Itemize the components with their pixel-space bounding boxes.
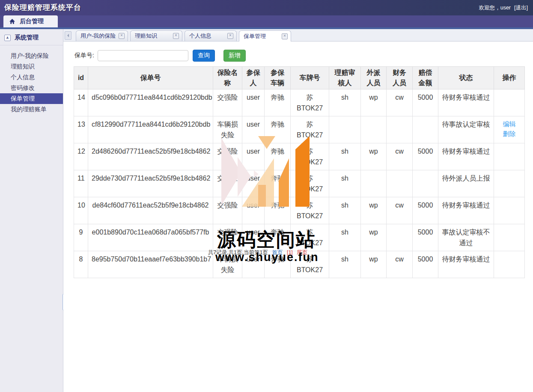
cell-amount <box>413 170 438 197</box>
cell-amount: 5000 <box>413 224 438 251</box>
welcome-area: 欢迎您，user[退出] <box>479 0 528 15</box>
content-tab[interactable]: 个人信息× <box>185 30 237 41</box>
sidebar-section-label: 系统管理 <box>15 34 39 42</box>
cell-id: 9 <box>74 224 88 251</box>
tab-label: 保单管理 <box>244 33 266 40</box>
cell-status: 待财务审核通过 <box>438 197 494 224</box>
column-header: id <box>74 67 88 89</box>
tab-bar: 用户-我的保险×理赔知识×个人信息×保单管理× <box>63 29 533 42</box>
tab-label: 理赔知识 <box>135 32 157 40</box>
table-row: 122d486260d77711eac52b5f9e18cb4862交强险use… <box>74 143 525 170</box>
main-panel: 用户-我的保险×理赔知识×个人信息×保单管理× 保单号: 查询 新增 id保单号… <box>63 29 533 392</box>
pagination-current-page[interactable]: [1] <box>287 249 293 255</box>
cell-actions <box>494 89 525 116</box>
backstage-tab[interactable]: 后台管理 <box>3 15 58 27</box>
cell-actions <box>494 197 525 224</box>
sidebar-item[interactable]: 我的理赔账单 <box>0 104 63 115</box>
cell-actions <box>494 170 525 197</box>
column-header: 参保人 <box>242 67 265 89</box>
cell-plate: 苏BTOK27 <box>291 170 329 197</box>
cell-finance: cw <box>387 197 413 224</box>
pagination-last-link[interactable]: 尾页 <box>297 249 307 255</box>
policy-no-label: 保单号: <box>74 52 94 59</box>
content-tab[interactable]: 用户-我的保险× <box>76 30 128 41</box>
tab-close-icon[interactable]: × <box>173 33 179 39</box>
cell-insurance-name: 交强险 <box>213 224 242 251</box>
content-tab[interactable]: 保单管理× <box>239 30 291 42</box>
table-row: 10de84cf60d77611eac52b5f9e18cb4862交强险use… <box>74 197 525 224</box>
pagination-first-link[interactable]: 首页 <box>272 249 283 255</box>
sidebar-item[interactable]: 密码修改 <box>0 83 63 93</box>
table-row: 13cf812990d77711ea8441cd6b29120bdb车辆损失险u… <box>74 116 525 143</box>
column-header: 赔偿金额 <box>413 67 438 89</box>
tab-close-icon[interactable]: × <box>119 33 125 39</box>
cell-status: 待财务审核通过 <box>438 89 494 116</box>
cell-finance <box>387 170 413 197</box>
app-title: 保险理赔管理系统平台 <box>4 0 81 15</box>
sidebar-item[interactable]: 用户-我的保险 <box>0 50 63 61</box>
cell-insured: user <box>242 116 265 143</box>
cell-policy-no: 2d486260d77711eac52b5f9e18cb4862 <box>88 143 213 170</box>
column-header: 参保车辆 <box>265 67 291 89</box>
cell-plate: 苏BTOK27 <box>291 89 329 116</box>
cell-claim-reviewer: sh <box>329 224 361 251</box>
cell-insured: user <box>242 89 265 116</box>
cell-claim-reviewer: sh <box>329 143 361 170</box>
tab-close-icon[interactable]: × <box>227 33 233 39</box>
cell-id: 12 <box>74 143 88 170</box>
sidebar-item[interactable]: 个人信息 <box>0 72 63 83</box>
cell-actions <box>494 251 525 278</box>
collapse-section-icon[interactable]: ∧ <box>4 35 11 41</box>
cell-claim-reviewer: sh <box>329 197 361 224</box>
cell-insured: user <box>242 170 265 197</box>
tab-scroll-left-button[interactable] <box>65 31 71 40</box>
home-icon <box>9 18 15 24</box>
cell-vehicle: 奔驰 <box>265 224 291 251</box>
logout-link[interactable]: [退出] <box>514 5 528 11</box>
sidebar-item[interactable]: 保单管理 <box>0 93 63 104</box>
table-row: 9e001b890d70c11ea068d7a065bf577fb交强险user… <box>74 224 525 251</box>
edit-link[interactable]: 编辑 <box>497 119 521 129</box>
cell-status: 待财务审核通过 <box>438 143 494 170</box>
cell-status: 待外派人员上报 <box>438 170 494 197</box>
cell-insurance-name: 交强险 <box>213 89 242 116</box>
cell-plate: 苏BTOK27 <box>291 143 329 170</box>
sidebar-item[interactable]: 理赔知识 <box>0 61 63 72</box>
cell-insurance-name: 交强险 <box>213 143 242 170</box>
add-button[interactable]: 新增 <box>223 50 246 62</box>
sidebar-section-header[interactable]: ∧ 系统管理 <box>0 29 63 45</box>
content-tab[interactable]: 理赔知识× <box>130 30 182 41</box>
cell-claim-reviewer: sh <box>329 89 361 116</box>
cell-status: 待事故认定审核 <box>438 116 494 143</box>
cell-vehicle: 奔驰 <box>265 143 291 170</box>
cell-vehicle: 奔驰 <box>265 197 291 224</box>
cell-claim-reviewer: sh <box>329 170 361 197</box>
pagination-summary: 共7记录,共1页,当前第1页 <box>208 249 268 255</box>
column-header: 保单号 <box>88 67 213 89</box>
app-header: 保险理赔管理系统平台 欢迎您，user[退出] <box>0 0 533 15</box>
cell-vehicle: 奔驰 <box>265 89 291 116</box>
column-header: 保险名称 <box>213 67 242 89</box>
cell-claim-reviewer <box>329 116 361 143</box>
cell-dispatcher <box>361 116 387 143</box>
cell-policy-no: d5c096b0d77711ea8441cd6b29120bdb <box>88 89 213 116</box>
column-header: 车牌号 <box>291 67 329 89</box>
policy-no-input[interactable] <box>98 50 188 61</box>
table-header-row: id保单号保险名称参保人参保车辆车牌号理赔审核人外派人员财务人员赔偿金额状态操作 <box>74 67 525 89</box>
cell-finance <box>387 224 413 251</box>
query-button[interactable]: 查询 <box>193 50 215 62</box>
cell-id: 14 <box>74 89 88 116</box>
top-navbar: 后台管理 <box>0 15 533 27</box>
cell-insured: user <box>242 197 265 224</box>
column-header: 外派人员 <box>361 67 387 89</box>
cell-vehicle: 奔驰 <box>265 116 291 143</box>
cell-vehicle: 奔驰 <box>265 170 291 197</box>
cell-status: 待财务审核通过 <box>438 251 494 278</box>
tab-close-icon[interactable]: × <box>282 33 288 39</box>
delete-link[interactable]: 删除 <box>497 129 521 139</box>
sidebar-menu: 用户-我的保险理赔知识个人信息密码修改保单管理我的理赔账单 <box>0 45 63 115</box>
search-toolbar: 保单号: 查询 新增 <box>74 49 246 62</box>
cell-actions: 编辑删除 <box>494 116 525 143</box>
policy-table: id保单号保险名称参保人参保车辆车牌号理赔审核人外派人员财务人员赔偿金额状态操作… <box>74 66 525 278</box>
cell-policy-no: de84cf60d77611eac52b5f9e18cb4862 <box>88 197 213 224</box>
